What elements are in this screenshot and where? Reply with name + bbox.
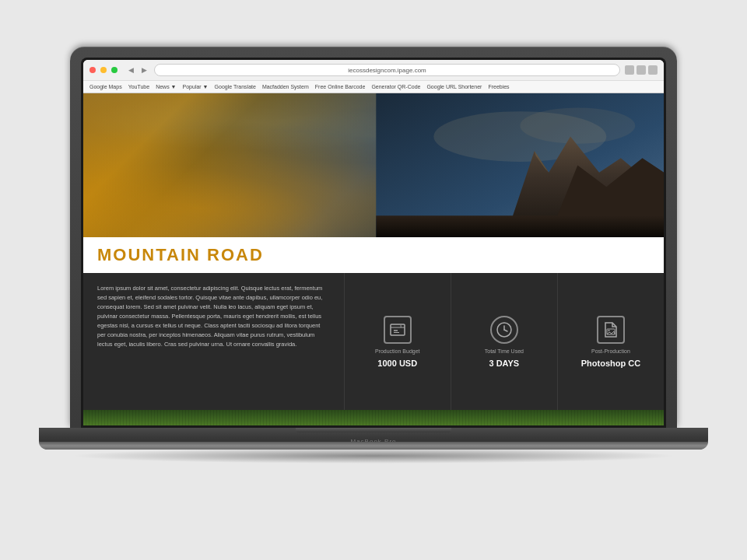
stat-time: Total Time Used 3 DAYS (451, 273, 558, 410)
svg-point-16 (608, 330, 609, 331)
url-text: iecossdesigncom.ipage.com (348, 67, 426, 74)
bookmark-freebies[interactable]: Freebies (488, 84, 509, 89)
stat-budget-label: Production Budget (375, 348, 420, 354)
bookmark-translate[interactable]: Google Translate (215, 84, 256, 89)
bookmark-barcode[interactable]: Free Online Barcode (315, 84, 366, 89)
stat-postprod-label: Post-Production (591, 348, 630, 354)
browser-nav: ◀ ▶ (125, 65, 149, 75)
macbook-base: MacBook Pro (39, 428, 708, 450)
address-bar[interactable]: iecossdesigncom.ipage.com (154, 64, 620, 76)
sunset-glow (83, 151, 374, 237)
browser-toolbar: ◀ ▶ iecossdesigncom.ipage.com (83, 60, 664, 80)
bookmark-qrcode[interactable]: Generator QR-Code (371, 84, 420, 89)
grass-strip (83, 410, 664, 425)
mountain-illustration (345, 93, 664, 237)
stat-budget: $ Production Budget 1000 USD (345, 273, 451, 410)
bookmark-popular[interactable]: Popular ▼ (183, 84, 209, 89)
bookmark-news[interactable]: News ▼ (156, 84, 176, 89)
stat-time-value: 3 DAYS (489, 359, 519, 368)
browser-chrome: ◀ ▶ iecossdesigncom.ipage.com (83, 60, 664, 93)
forward-arrow-icon[interactable]: ▶ (139, 65, 149, 75)
stat-postprod-value: Photoshop CC (581, 359, 640, 368)
svg-point-2 (520, 108, 635, 144)
description-panel: Lorem ipsum dolor sit amet, consectetur … (83, 273, 345, 410)
stat-budget-value: 1000 USD (377, 359, 417, 368)
macbook-hinge (296, 428, 451, 432)
share-icon[interactable] (625, 65, 634, 75)
bookmark-googlemaps[interactable]: Google Maps (89, 84, 122, 89)
stat-time-label: Total Time Used (485, 348, 524, 354)
info-section: Lorem ipsum dolor sit amet, consectetur … (83, 273, 664, 410)
maximize-button[interactable] (111, 67, 117, 73)
svg-line-14 (504, 330, 507, 331)
svg-rect-7 (391, 324, 405, 335)
bookmarks-bar: Google Maps YouTube News ▼ Popular ▼ Goo… (83, 80, 664, 93)
close-button[interactable] (89, 67, 96, 73)
title-bar: MOUNTAIN ROAD (83, 237, 664, 273)
macbook-bottom-bar (39, 442, 708, 450)
budget-icon: $ (384, 316, 412, 344)
file-icon (597, 316, 625, 344)
stat-postprod: Post-Production Photoshop CC (558, 273, 664, 410)
bookmark-youtube[interactable]: YouTube (128, 84, 150, 89)
laptop-shadow (70, 448, 677, 464)
bookmark-urlshortener[interactable]: Google URL Shortener (426, 84, 482, 89)
bookmark-icon[interactable] (637, 65, 646, 75)
macbook-screen: ◀ ▶ iecossdesigncom.ipage.com (83, 60, 664, 425)
hero-image (83, 93, 664, 237)
minimize-button[interactable] (100, 67, 107, 73)
page-title: MOUNTAIN ROAD (97, 245, 650, 265)
browser-actions (625, 65, 658, 75)
clock-icon (490, 316, 518, 344)
stats-panel: $ Production Budget 1000 USD (345, 273, 664, 410)
scene: ◀ ▶ iecossdesigncom.ipage.com (39, 47, 708, 513)
back-arrow-icon[interactable]: ◀ (125, 65, 136, 75)
svg-rect-5 (376, 215, 664, 237)
more-icon[interactable] (648, 65, 658, 75)
macbook-lid: ◀ ▶ iecossdesigncom.ipage.com (70, 47, 677, 428)
screen-bezel: ◀ ▶ iecossdesigncom.ipage.com (81, 58, 666, 428)
description-text: Lorem ipsum dolor sit amet, consectetur … (97, 284, 330, 349)
bookmark-macfadden[interactable]: Macfadden System (262, 84, 309, 89)
website-content: MOUNTAIN ROAD Lorem ipsum dolor sit amet… (83, 93, 664, 425)
